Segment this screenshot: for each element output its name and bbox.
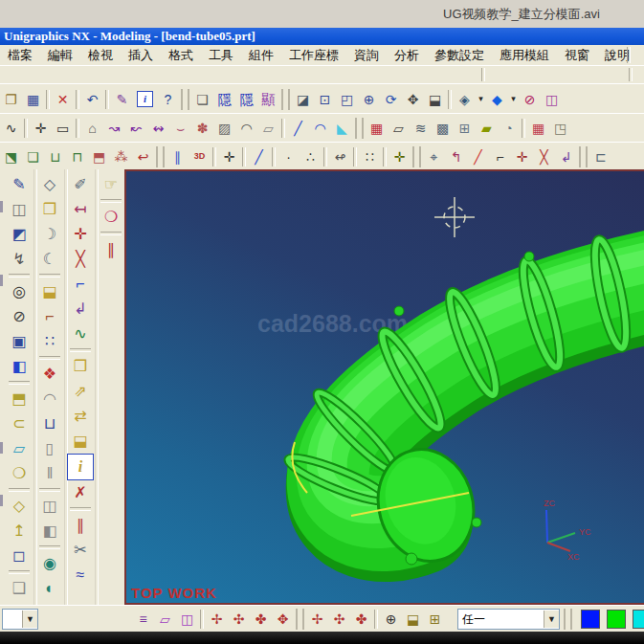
examine-geometry-button[interactable]: ⌖: [423, 146, 445, 167]
extrude-wire-button[interactable]: ◫: [7, 197, 32, 222]
trimmed-sheet-button[interactable]: ◳: [549, 118, 571, 139]
rotate-view-button[interactable]: ⟳: [380, 89, 402, 110]
tube-model[interactable]: [284, 237, 644, 572]
curve-chamfer-button[interactable]: ↜: [125, 118, 147, 139]
chamfer-button[interactable]: ◣: [331, 118, 353, 139]
open-book-button[interactable]: ❖: [37, 362, 62, 387]
curve-connect-button[interactable]: ↫: [329, 146, 351, 167]
x-curve-button[interactable]: ╳: [68, 247, 93, 272]
studio-spline-button[interactable]: ∿: [0, 118, 22, 139]
save-button[interactable]: ▦: [22, 89, 44, 110]
point-star-button[interactable]: ∴: [300, 146, 322, 167]
datum-csys-button[interactable]: ▣: [7, 329, 32, 354]
context-help-button[interactable]: ?: [157, 89, 179, 110]
edge-tools-button[interactable]: ⊏: [589, 146, 611, 167]
sketch-button[interactable]: ✎: [7, 172, 32, 197]
hide-selected-button[interactable]: 隱: [235, 89, 257, 110]
plus-button[interactable]: ✛: [389, 146, 411, 167]
edit-object-display-button[interactable]: ✎: [111, 89, 133, 110]
shaded-display-button[interactable]: ◆: [486, 89, 508, 110]
examine-button[interactable]: ✐: [68, 172, 93, 197]
sheet-from-curves-button[interactable]: ▱: [7, 436, 32, 461]
surface-grid-button[interactable]: ▦: [527, 118, 549, 139]
hide-button[interactable]: 隱: [213, 89, 235, 110]
snap-grid-button[interactable]: ⊞: [424, 609, 446, 630]
menu-item-10[interactable]: 分析: [387, 46, 427, 64]
pocket-button[interactable]: ◻: [7, 544, 32, 568]
snap-midpoint-button[interactable]: ⬓: [402, 609, 424, 630]
dashed-cylinder-button[interactable]: ▯: [37, 436, 62, 461]
profile-curve-button[interactable]: ⌂: [81, 118, 103, 139]
offset-curve-button[interactable]: ↭: [147, 118, 169, 139]
crescent-b-button[interactable]: ☾: [37, 247, 62, 272]
view-layout-dropdown[interactable]: ▼: [2, 609, 38, 630]
snap-point-button[interactable]: ⊕: [380, 609, 402, 630]
wcs-dynamics-button[interactable]: ✢: [206, 609, 228, 630]
csys-inferred-button[interactable]: ✣: [328, 609, 350, 630]
stamp-button[interactable]: ⬒: [88, 146, 110, 167]
suppress-feature-button[interactable]: ⬓: [68, 429, 93, 454]
datum-axis-button[interactable]: ⊘: [7, 304, 32, 329]
through-curves-button[interactable]: ⊞: [454, 118, 476, 139]
information-button[interactable]: i: [137, 91, 153, 107]
menu-item-4[interactable]: 插入: [121, 46, 161, 64]
trim-parallel-button[interactable]: ∥: [68, 513, 93, 538]
swept-surface-button[interactable]: ≋: [410, 118, 432, 139]
video-player-bar[interactable]: [0, 632, 644, 644]
revolve-button[interactable]: ⊂: [7, 411, 32, 436]
cage-button[interactable]: ⊔: [37, 411, 62, 436]
wcs-rotate-button[interactable]: ✤: [250, 609, 272, 630]
split-box-button[interactable]: ⊓: [66, 146, 88, 167]
chevron-down-icon[interactable]: ▼: [544, 611, 559, 628]
j-arrow-button[interactable]: ↲: [68, 297, 93, 322]
corner-cube-button[interactable]: ❒: [37, 197, 62, 222]
wcs-origin-button[interactable]: ✣: [228, 609, 250, 630]
bounded-plane-button[interactable]: ▰: [476, 118, 498, 139]
wave-curve-button[interactable]: ∿: [68, 322, 93, 346]
split-window-button[interactable]: ◫: [541, 89, 563, 110]
points-scatter-button[interactable]: ∷: [359, 146, 381, 167]
view-cube-button[interactable]: ◇: [37, 172, 62, 197]
curve-minus-button[interactable]: ⌐: [489, 146, 511, 167]
open-file-button[interactable]: ❐: [0, 89, 22, 110]
unite-button[interactable]: ◉: [37, 551, 62, 576]
delete-dimension-button[interactable]: ✗: [68, 480, 93, 505]
menu-item-9[interactable]: 資詢: [346, 46, 387, 64]
region-button[interactable]: ⁂: [110, 146, 132, 167]
boundary-region-button[interactable]: ❍: [99, 205, 123, 230]
bend-region-button[interactable]: ↩: [132, 146, 154, 167]
cube-button[interactable]: ❑: [7, 576, 32, 601]
zoom-in-button[interactable]: ⊕: [358, 89, 380, 110]
parallel-curves-button[interactable]: ∥: [99, 237, 123, 262]
curve-trim-button[interactable]: ↰: [445, 146, 467, 167]
boss-button[interactable]: ↥: [7, 519, 32, 544]
free-form-button[interactable]: ❍: [7, 461, 32, 486]
csys-dynamic-button[interactable]: ✢: [306, 609, 328, 630]
rectangle-button[interactable]: ▭: [52, 118, 74, 139]
line-red-button[interactable]: ╱: [467, 146, 489, 167]
point-cloud-surface-button[interactable]: ▦: [366, 118, 388, 139]
cross-button[interactable]: ✛: [511, 146, 533, 167]
pan-view-button[interactable]: ✥: [402, 89, 424, 110]
cross-plus-button[interactable]: ✛: [68, 222, 93, 247]
layer-copy-button[interactable]: ◫: [176, 609, 198, 630]
hand-tool-button[interactable]: ☞: [99, 172, 123, 197]
csys-origin-button[interactable]: ✤: [350, 609, 372, 630]
layer-settings-button[interactable]: ≡: [132, 609, 154, 630]
sheet-body-button[interactable]: ▱: [257, 118, 279, 139]
split-body-button[interactable]: ◩: [7, 222, 32, 247]
mesh-dome-button[interactable]: ◠: [37, 387, 62, 411]
menu-item-6[interactable]: 工具: [201, 46, 241, 64]
pattern-feature-button[interactable]: ❒: [68, 354, 93, 379]
menu-item-13[interactable]: 視窗: [557, 46, 597, 64]
menu-item-11[interactable]: 參數設定: [427, 46, 492, 64]
x-trim-button[interactable]: ╳: [533, 146, 555, 167]
hatch-button[interactable]: ▨: [213, 118, 235, 139]
fit-view-button[interactable]: ⊡: [314, 89, 336, 110]
color-swatch-blue[interactable]: [581, 610, 600, 629]
selection-scope-dropdown[interactable]: 任一 ▼: [457, 609, 560, 630]
line-slash-button[interactable]: ╱: [248, 146, 270, 167]
undo-button[interactable]: ↶: [81, 89, 103, 110]
point-button[interactable]: ✛: [30, 118, 52, 139]
point-dot-button[interactable]: ·: [278, 146, 300, 167]
